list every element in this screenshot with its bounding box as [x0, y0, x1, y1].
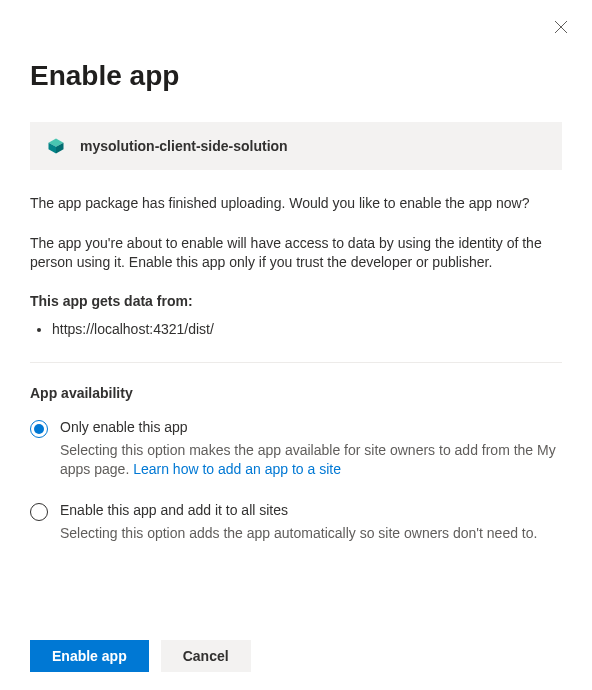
close-icon: [554, 20, 568, 34]
data-source-item: https://localhost:4321/dist/: [52, 319, 562, 340]
radio-label: Only enable this app: [60, 419, 562, 435]
data-sources-heading: This app gets data from:: [30, 293, 562, 309]
radio-button-icon: [30, 503, 48, 521]
trust-warning-text: The app you're about to enable will have…: [30, 234, 562, 273]
data-sources-list: https://localhost:4321/dist/: [30, 319, 562, 340]
radio-body: Only enable this app Selecting this opti…: [60, 419, 562, 480]
dialog-title: Enable app: [30, 60, 562, 92]
availability-heading: App availability: [30, 385, 562, 401]
availability-radio-group: Only enable this app Selecting this opti…: [30, 419, 562, 544]
radio-button-icon: [30, 420, 48, 438]
learn-add-app-link[interactable]: Learn how to add an app to a site: [133, 461, 341, 477]
enable-app-dialog: Enable app mysolution-client-side-soluti…: [0, 0, 592, 596]
radio-description: Selecting this option adds the app autom…: [60, 524, 562, 544]
dialog-footer: Enable app Cancel: [30, 640, 251, 672]
divider: [30, 362, 562, 363]
radio-enable-all-sites[interactable]: Enable this app and add it to all sites …: [30, 502, 562, 544]
package-bar: mysolution-client-side-solution: [30, 122, 562, 170]
close-button[interactable]: [554, 20, 572, 38]
package-name: mysolution-client-side-solution: [80, 138, 288, 154]
radio-description: Selecting this option makes the app avai…: [60, 441, 562, 480]
cancel-button[interactable]: Cancel: [161, 640, 251, 672]
radio-body: Enable this app and add it to all sites …: [60, 502, 562, 544]
radio-label: Enable this app and add it to all sites: [60, 502, 562, 518]
radio-only-enable[interactable]: Only enable this app Selecting this opti…: [30, 419, 562, 480]
package-icon: [46, 136, 66, 156]
enable-app-button[interactable]: Enable app: [30, 640, 149, 672]
upload-finished-text: The app package has finished uploading. …: [30, 194, 562, 214]
